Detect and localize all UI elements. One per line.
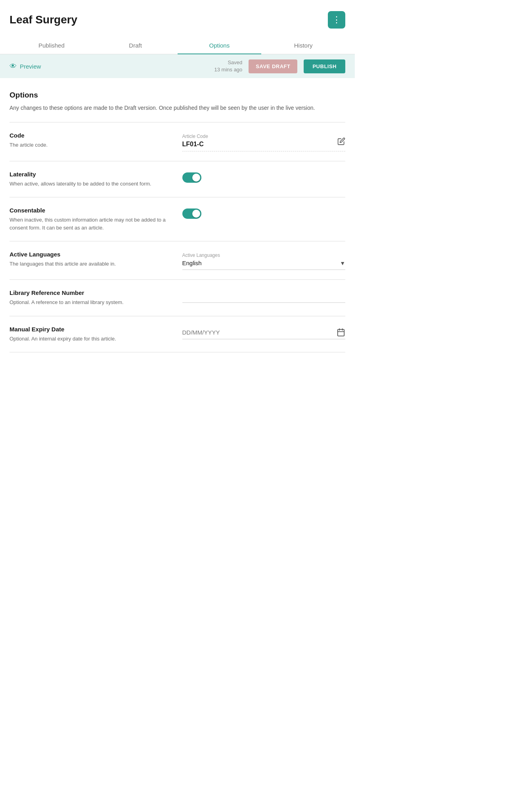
option-desc-expiry: Optional. An internal expiry date for th…	[10, 335, 173, 343]
chevron-down-icon: ▼	[340, 260, 345, 266]
options-section-desc: Any changes to these options are made to…	[10, 103, 345, 112]
tab-published[interactable]: Published	[10, 36, 94, 54]
page-header: Leaf Surgery ⋮	[0, 0, 355, 36]
languages-dropdown-wrap: Active Languages English ▼	[182, 252, 346, 270]
option-right-laterality	[182, 171, 346, 183]
option-label-library-ref: Library Reference Number	[10, 289, 173, 296]
save-draft-button[interactable]: SAVE DRAFT	[249, 59, 297, 73]
calendar-icon-button[interactable]	[337, 328, 345, 339]
languages-value: English	[182, 260, 202, 266]
menu-button[interactable]: ⋮	[328, 11, 345, 29]
option-left-laterality: Laterality When active, allows lateralit…	[10, 171, 182, 188]
tab-draft[interactable]: Draft	[94, 36, 178, 54]
edit-icon	[337, 137, 345, 145]
option-right-code: Article Code LF01-C	[182, 132, 346, 151]
option-row-laterality: Laterality When active, allows lateralit…	[10, 161, 345, 198]
option-row-code: Code The article code. Article Code LF01…	[10, 122, 345, 161]
page-title: Leaf Surgery	[10, 13, 77, 26]
library-ref-input[interactable]	[182, 291, 346, 303]
option-right-library-ref	[182, 289, 346, 303]
eye-icon: 👁	[10, 62, 17, 71]
laterality-toggle-wrap	[182, 172, 201, 183]
option-label-laterality: Laterality	[10, 171, 173, 178]
calendar-icon	[337, 328, 345, 337]
consentable-toggle-wrap	[182, 208, 201, 219]
code-field-value: LF01-C	[182, 141, 346, 148]
tab-options[interactable]: Options	[178, 36, 262, 54]
option-left-languages: Active Languages The languages that this…	[10, 251, 182, 268]
options-section-title: Options	[10, 91, 345, 99]
option-desc-languages: The languages that this article are avai…	[10, 260, 173, 268]
option-right-expiry	[182, 326, 346, 339]
option-desc-library-ref: Optional. A reference to an internal lib…	[10, 298, 173, 306]
tab-bar: Published Draft Options History	[0, 36, 355, 54]
tab-history[interactable]: History	[261, 36, 345, 54]
expiry-date-input[interactable]	[182, 327, 346, 339]
option-desc-code: The article code.	[10, 141, 173, 149]
languages-dropdown-label: Active Languages	[182, 252, 346, 258]
option-row-expiry: Manual Expiry Date Optional. An internal…	[10, 316, 345, 353]
option-right-consentable	[182, 207, 346, 219]
toggle-thumb	[192, 210, 200, 218]
saved-line2: 13 mins ago	[214, 67, 243, 73]
svg-rect-0	[338, 329, 344, 336]
option-desc-laterality: When active, allows laterality to be add…	[10, 180, 173, 188]
dots-icon: ⋮	[332, 15, 341, 24]
saved-info: Saved 13 mins ago	[214, 59, 243, 73]
option-desc-consentable: When inactive, this custom information a…	[10, 216, 173, 231]
saved-line1: Saved	[228, 59, 242, 65]
option-row-library-ref: Library Reference Number Optional. A ref…	[10, 280, 345, 316]
code-field-label: Article Code	[182, 134, 346, 139]
publish-button[interactable]: PUBLISH	[304, 59, 345, 73]
toggle-thumb	[192, 174, 200, 182]
consentable-toggle[interactable]	[182, 208, 201, 219]
library-ref-input-wrap	[182, 291, 346, 303]
option-left-code: Code The article code.	[10, 132, 182, 149]
option-left-expiry: Manual Expiry Date Optional. An internal…	[10, 326, 182, 343]
option-left-library-ref: Library Reference Number Optional. A ref…	[10, 289, 182, 306]
expiry-date-wrap	[182, 327, 346, 339]
option-label-expiry: Manual Expiry Date	[10, 326, 173, 333]
option-right-languages: Active Languages English ▼	[182, 251, 346, 270]
option-row-languages: Active Languages The languages that this…	[10, 241, 345, 280]
option-label-code: Code	[10, 132, 173, 139]
laterality-toggle[interactable]	[182, 172, 201, 183]
main-content: Options Any changes to these options are…	[0, 78, 355, 365]
option-label-consentable: Consentable	[10, 207, 173, 214]
option-row-consentable: Consentable When inactive, this custom i…	[10, 197, 345, 241]
code-field-wrap: Article Code LF01-C	[182, 134, 346, 151]
preview-label: Preview	[20, 63, 41, 70]
preview-link[interactable]: 👁 Preview	[10, 62, 41, 71]
languages-dropdown[interactable]: English ▼	[182, 260, 346, 270]
action-bar: 👁 Preview Saved 13 mins ago SAVE DRAFT P…	[0, 54, 355, 78]
option-label-languages: Active Languages	[10, 251, 173, 258]
edit-code-button[interactable]	[337, 137, 345, 147]
option-left-consentable: Consentable When inactive, this custom i…	[10, 207, 182, 231]
